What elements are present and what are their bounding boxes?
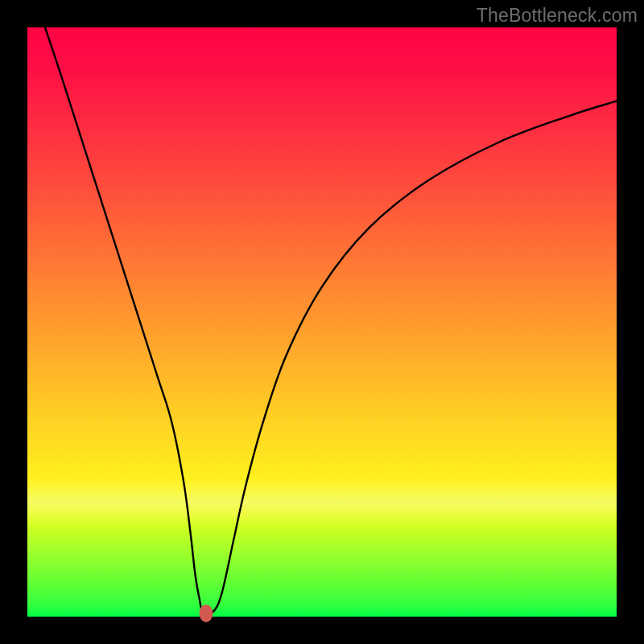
optimum-marker <box>199 605 213 622</box>
chart-canvas: TheBottleneck.com <box>0 0 644 644</box>
plot-background-gradient <box>27 27 617 617</box>
attribution-label: TheBottleneck.com <box>477 5 638 27</box>
